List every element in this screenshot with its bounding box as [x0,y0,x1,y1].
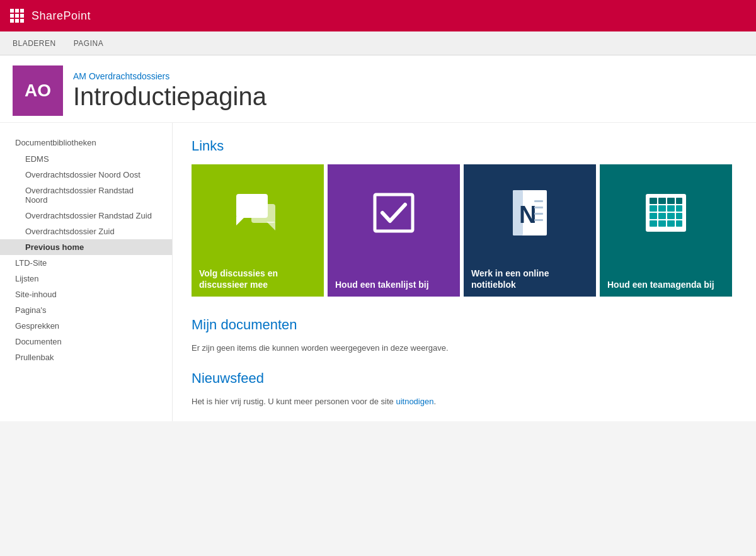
tile-discussions[interactable]: Volg discussies en discussieer mee [192,164,324,297]
newsfeed-text-end: . [433,397,436,406]
tile-discussions-icon-area [192,164,324,261]
sidebar-item-documenten[interactable]: Documenten [0,334,172,349]
chat-icon [235,193,280,233]
sidebar-item-noord-oost[interactable]: Overdrachtsdossier Noord Oost [0,167,172,183]
newsfeed-invite-link[interactable]: uitnodigen [396,397,433,406]
sidebar-item-previous-home[interactable]: Previous home [0,239,172,255]
newsfeed-text-before: Het is hier vrij rustig. U kunt meer per… [192,397,396,406]
tiles-grid: Volg discussies en discussieer mee Houd … [192,164,737,297]
calendar-icon [644,193,687,233]
avatar: AO [13,65,63,116]
svg-text:N: N [519,201,536,228]
tile-onenote-label: Werk in een online notitieblok [464,261,596,297]
svg-rect-18 [658,205,666,212]
sidebar-item-ltd-site[interactable]: LTD-Site [0,255,172,271]
svg-rect-23 [667,213,675,219]
svg-rect-16 [676,198,682,204]
sidebar-item-site-inhoud[interactable]: Site-inhoud [0,287,172,302]
svg-rect-8 [534,200,543,202]
newsfeed-text: Het is hier vrij rustig. U kunt meer per… [192,397,737,406]
site-title-block: AM Overdrachtsdossiers Introductiepagina [73,71,266,110]
svg-rect-28 [676,220,682,227]
page-title: Introductiepagina [73,82,266,110]
my-docs-empty-text: Er zijn geen items die kunnen worden wee… [192,343,737,353]
page-body: Documentbibliotheken EDMS Overdrachtsdos… [0,123,756,421]
tile-calendar-label: Houd een teamagenda bij [600,261,732,297]
newsfeed-title: Nieuwsfeed [192,370,737,387]
tile-discussions-label: Volg discussies en discussieer mee [192,261,324,297]
tile-calendar-icon-area [600,164,732,261]
waffle-icon[interactable] [10,9,24,23]
svg-rect-22 [658,213,666,219]
tile-tasks[interactable]: Houd een takenlijst bij [328,164,460,297]
tile-calendar[interactable]: Houd een teamagenda bij [600,164,732,297]
links-section-title: Links [192,138,737,154]
svg-rect-19 [667,205,675,212]
sidebar-item-prullenbak[interactable]: Prullenbak [0,349,172,365]
svg-rect-21 [650,213,657,219]
svg-rect-24 [676,213,682,219]
svg-rect-25 [650,220,657,227]
svg-marker-1 [236,217,245,225]
top-bar: SharePoint [0,0,756,31]
sidebar-item-randstad-zuid[interactable]: Overdrachtsdossier Randstad Zuid [0,208,172,224]
sidebar-item-edms[interactable]: EDMS [0,151,172,167]
svg-rect-9 [534,207,543,208]
sidebar-section-documentbibliotheken: Documentbibliotheken [0,135,172,150]
my-docs-title: Mijn documenten [192,317,737,333]
svg-rect-13 [650,198,657,204]
main-content: Links Volg discussies en discussi [173,123,756,421]
ribbon-pagina[interactable]: PAGINA [71,31,106,55]
sidebar-item-lijsten[interactable]: Lijsten [0,271,172,287]
svg-rect-20 [676,205,682,212]
svg-rect-10 [534,213,543,215]
check-icon [372,192,415,234]
app-title: SharePoint [32,9,91,23]
sidebar-item-gesprekken[interactable]: Gesprekken [0,318,172,334]
site-subtitle: AM Overdrachtsdossiers [73,71,266,81]
site-header: AO AM Overdrachtsdossiers Introductiepag… [0,55,756,123]
tile-tasks-label: Houd een takenlijst bij [328,261,460,297]
tile-onenote[interactable]: N Werk in een online notitieblok [464,164,596,297]
svg-marker-3 [266,222,275,230]
svg-rect-14 [658,198,666,204]
sidebar: Documentbibliotheken EDMS Overdrachtsdos… [0,123,173,421]
ribbon: BLADEREN PAGINA [0,31,756,55]
tile-onenote-icon-area: N [464,164,596,261]
newsfeed-section: Nieuwsfeed Het is hier vrij rustig. U ku… [192,370,737,406]
svg-rect-17 [650,205,657,212]
svg-rect-11 [534,219,543,221]
svg-rect-2 [251,204,275,223]
my-docs-section: Mijn documenten Er zijn geen items die k… [192,317,737,353]
svg-rect-26 [658,220,666,227]
svg-rect-15 [667,198,675,204]
sidebar-item-paginas[interactable]: Pagina's [0,302,172,318]
sidebar-item-overdrachtsdossier-zuid[interactable]: Overdrachtsdossier Zuid [0,224,172,239]
ribbon-bladeren[interactable]: BLADEREN [10,31,59,55]
svg-rect-27 [667,220,675,227]
onenote-icon: N [508,189,552,237]
tile-tasks-icon-area [328,164,460,261]
sidebar-item-randstad-noord[interactable]: Overdrachtsdossier Randstad Noord [0,183,172,208]
